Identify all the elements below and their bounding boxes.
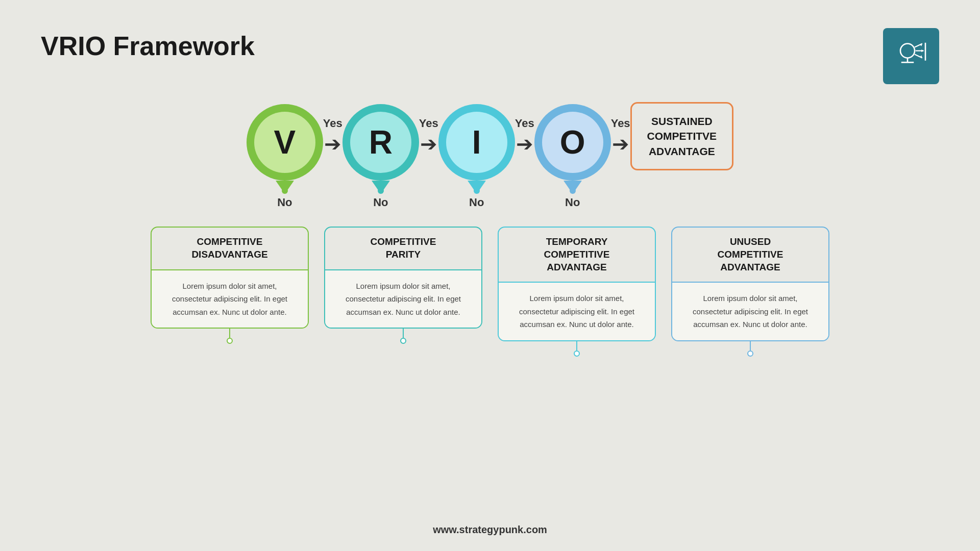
card-v-header: COMPETITIVE DISADVANTAGE — [152, 228, 308, 270]
card-o-header: UNUSED COMPETITIVE ADVANTAGE — [672, 228, 828, 283]
circle-letter-o: O — [560, 123, 585, 161]
no-label-r: No — [373, 196, 388, 209]
cards-row: COMPETITIVE DISADVANTAGE Lorem ipsum dol… — [151, 227, 829, 341]
card-r: COMPETITIVE PARITY Lorem ipsum dolor sit… — [324, 227, 482, 329]
card-v-wrapper: COMPETITIVE DISADVANTAGE Lorem ipsum dol… — [151, 227, 309, 329]
logo-box — [883, 28, 939, 84]
card-v-connector — [227, 328, 233, 344]
card-v-text: Lorem ipsum dolor sit amet, consectetur … — [162, 280, 298, 319]
card-i-connector — [574, 340, 580, 357]
card-i-title: TEMPORARY COMPETITIVE ADVANTAGE — [508, 236, 646, 273]
footer-website: www.strategypunk.com — [433, 524, 547, 536]
no-label-v: No — [277, 196, 292, 209]
arrow-yes-i: Yes ➔ — [515, 117, 534, 156]
card-r-text: Lorem ipsum dolor sit amet, consectetur … — [335, 280, 471, 319]
circle-group-i: I No — [438, 104, 515, 209]
no-label-i: No — [469, 196, 484, 209]
circle-group-r: R No — [342, 104, 419, 209]
card-r-header: COMPETITIVE PARITY — [325, 228, 481, 270]
card-r-connector — [400, 328, 406, 344]
circle-group-o: O No — [534, 104, 611, 209]
card-o-title: UNUSED COMPETITIVE ADVANTAGE — [681, 236, 819, 273]
card-o-wrapper: UNUSED COMPETITIVE ADVANTAGE Lorem ipsum… — [671, 227, 829, 341]
card-r-body: Lorem ipsum dolor sit amet, consectetur … — [325, 270, 481, 328]
sustained-box: SUSTAINED COMPETITVE ADVANTAGE — [630, 102, 734, 170]
card-r-wrapper: COMPETITIVE PARITY Lorem ipsum dolor sit… — [324, 227, 482, 329]
main-content: V No Yes ➔ R — [0, 102, 980, 341]
card-i-wrapper: TEMPORARY COMPETITIVE ADVANTAGE Lorem ip… — [498, 227, 656, 341]
sustained-line1: SUSTAINED — [647, 114, 717, 129]
svg-marker-4 — [921, 49, 923, 52]
circle-letter-i: I — [472, 123, 481, 161]
circles-row: V No Yes ➔ R — [247, 102, 733, 211]
card-i: TEMPORARY COMPETITIVE ADVANTAGE Lorem ip… — [498, 227, 656, 341]
arrow-yes-r: Yes ➔ — [419, 117, 438, 156]
no-label-o: No — [565, 196, 580, 209]
sustained-line2: COMPETITVE — [647, 129, 717, 143]
card-i-header: TEMPORARY COMPETITIVE ADVANTAGE — [499, 228, 655, 283]
card-o: UNUSED COMPETITIVE ADVANTAGE Lorem ipsum… — [671, 227, 829, 341]
card-o-text: Lorem ipsum dolor sit amet, consectetur … — [682, 292, 818, 331]
card-o-connector — [747, 340, 753, 357]
svg-point-0 — [900, 44, 915, 58]
sustained-line3: ADVANTAGE — [647, 144, 717, 159]
card-r-title: COMPETITIVE PARITY — [334, 236, 472, 261]
card-v-body: Lorem ipsum dolor sit amet, consectetur … — [152, 270, 308, 328]
card-i-text: Lorem ipsum dolor sit amet, consectetur … — [509, 292, 645, 331]
page-title: VRIO Framework — [41, 31, 255, 61]
arrow-yes-o: Yes ➔ — [611, 117, 630, 156]
circle-v-pointer: V — [247, 104, 323, 194]
card-o-body: Lorem ipsum dolor sit amet, consectetur … — [672, 283, 828, 340]
arrow-yes-v: Yes ➔ — [323, 117, 342, 156]
circle-letter-v: V — [274, 123, 296, 161]
card-i-body: Lorem ipsum dolor sit amet, consectetur … — [499, 283, 655, 340]
circle-letter-r: R — [369, 123, 393, 161]
circle-group-v: V No — [247, 104, 323, 209]
card-v: COMPETITIVE DISADVANTAGE Lorem ipsum dol… — [151, 227, 309, 329]
card-v-title: COMPETITIVE DISADVANTAGE — [161, 236, 299, 261]
